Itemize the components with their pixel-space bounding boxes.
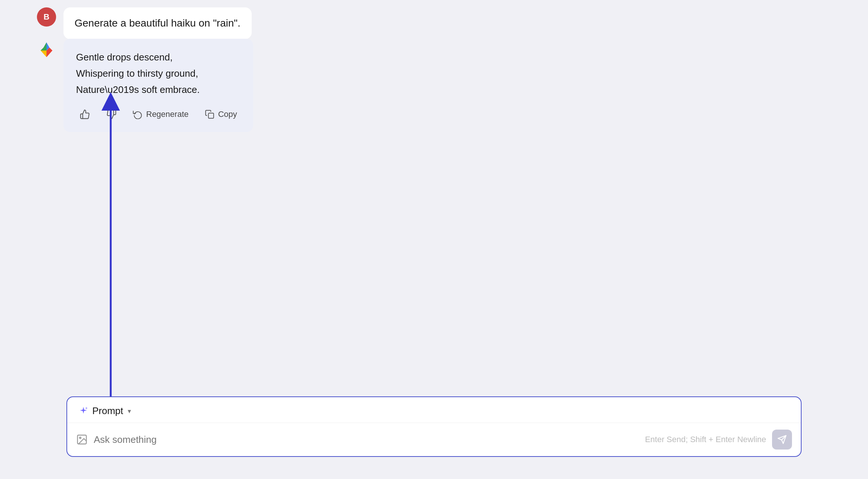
send-button[interactable] <box>772 430 792 450</box>
avatar-letter: B <box>44 12 49 22</box>
arrow-annotation <box>100 98 122 400</box>
regenerate-icon <box>133 110 142 119</box>
ai-haiku-text: Gentle drops descend, Whispering to thir… <box>76 49 241 98</box>
chat-input[interactable] <box>94 434 639 445</box>
ai-response-bubble: Gentle drops descend, Whispering to thir… <box>63 39 253 132</box>
prompt-dropdown-chevron[interactable]: ▾ <box>128 407 131 415</box>
image-icon <box>76 434 88 445</box>
user-message-bubble: Generate a beautiful haiku on "rain". <box>63 7 252 39</box>
haiku-line-3: Nature\u2019s soft embrace. <box>76 81 241 98</box>
sparkle-icon <box>78 406 89 416</box>
input-hint: Enter Send; Shift + Enter Newline <box>645 435 766 444</box>
copy-icon <box>205 110 214 119</box>
user-avatar: B <box>37 7 56 27</box>
input-body: Enter Send; Shift + Enter Newline <box>67 423 801 456</box>
prompt-label: Prompt <box>92 405 123 417</box>
regenerate-button[interactable]: Regenerate <box>129 107 192 121</box>
haiku-line-1: Gentle drops descend, <box>76 49 241 65</box>
image-attach-button[interactable] <box>76 434 88 445</box>
ai-action-buttons: Regenerate Copy <box>76 107 241 122</box>
svg-point-3 <box>79 437 81 438</box>
ai-message-row: Gentle drops descend, Whispering to thir… <box>37 39 253 132</box>
ai-avatar <box>37 40 56 59</box>
regenerate-label: Regenerate <box>146 110 189 119</box>
svg-rect-0 <box>209 113 214 118</box>
copy-button[interactable]: Copy <box>201 107 241 121</box>
copy-label: Copy <box>218 110 237 119</box>
thumbs-down-button[interactable] <box>103 107 120 122</box>
input-area: Prompt ▾ Enter Send; Shift + Enter Newli… <box>66 396 802 457</box>
thumbs-down-icon <box>106 109 117 119</box>
user-message-row: B Generate a beautiful haiku on "rain". <box>37 4 252 39</box>
haiku-line-2: Whispering to thirsty ground, <box>76 65 241 81</box>
thumbs-up-icon <box>80 109 90 119</box>
input-header: Prompt ▾ <box>67 397 801 423</box>
send-icon <box>777 435 787 444</box>
thumbs-up-button[interactable] <box>76 107 94 122</box>
ai-icon <box>38 41 55 59</box>
user-message-text: Generate a beautiful haiku on "rain". <box>75 17 241 29</box>
